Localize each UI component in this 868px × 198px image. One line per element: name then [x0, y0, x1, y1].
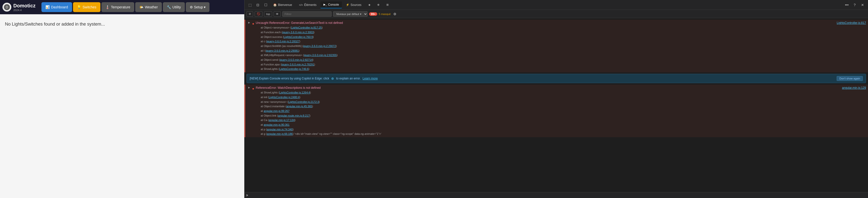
- stack-link-1-9[interactable]: jquery-3.6.0.min.js:2:78291: [281, 63, 314, 66]
- devtools-help-btn[interactable]: ?: [851, 1, 858, 8]
- tab-performance[interactable]: ⊕: [374, 1, 382, 8]
- app-title: Domoticz: [13, 3, 35, 9]
- stack-link-2-3[interactable]: LightsController.js:2172:3: [288, 101, 319, 103]
- logo-text-area: Domoticz 2024.4: [13, 3, 35, 11]
- svg-text:D: D: [6, 5, 8, 9]
- nav-weather-button[interactable]: 🌤️ Weather: [135, 2, 162, 12]
- filter-input[interactable]: [282, 11, 332, 17]
- expand-icon-2[interactable]: ▶: [248, 86, 250, 89]
- stack-line-2-6: at Object.link (angular-route.min.js:8:2…: [256, 113, 866, 118]
- stack-link-2-9[interactable]: angular.min.js:74:340: [267, 128, 293, 131]
- devtools-close-btn[interactable]: ✕: [859, 1, 866, 8]
- console-icon: ▶_: [323, 3, 327, 6]
- app-subtitle: 2024.4: [13, 9, 35, 11]
- dont-show-again-button[interactable]: Don't show again: [837, 76, 863, 81]
- stack-link-1-10[interactable]: LightsController.js:746:6: [279, 67, 308, 70]
- error-source-link-1[interactable]: LightsController.js:817: [837, 21, 866, 25]
- console-error-block-1: ▶ ● Uncaught ReferenceError: GenerateLiv…: [245, 20, 868, 72]
- stack-line-1-6: at l (jquery-3.6.0.min.js:2:29081): [256, 48, 866, 53]
- stack-link-2-5[interactable]: angular.min.js:99:267: [264, 110, 290, 112]
- stack-link-1-3[interactable]: LightsController.js:760:9: [284, 35, 313, 38]
- tab-elements[interactable]: </> Éléments: [296, 1, 319, 8]
- stack-line-1-4: at c (jquery-3.6.0.min.js:2:28327): [256, 39, 866, 44]
- stack-link-2-7[interactable]: angular.min.js:17:134: [269, 119, 294, 121]
- learn-more-link[interactable]: Learn more: [363, 77, 378, 80]
- stack-line-2-8: at angular.min.js:90:361: [256, 122, 866, 127]
- no-lights-message: No Lights/Switches found or added in the…: [5, 22, 105, 27]
- main-content: No Lights/Switches found or added in the…: [0, 14, 244, 198]
- utility-label: Utility: [173, 5, 181, 9]
- expand-icon-1[interactable]: ▶: [248, 21, 250, 25]
- stack-link-1-1[interactable]: LightsController.js:817:25: [291, 26, 322, 29]
- setup-label: ⚙ Setup ▾: [190, 5, 206, 9]
- log-level-dropdown[interactable]: Niveaux par défaut ▾: [333, 11, 368, 17]
- console-error-block-2: ▶ ● ReferenceError: WatchDescriptions is…: [245, 85, 868, 137]
- devtools-toolbar: ⬚ ⊡ ☐ 🏠 Bienvenue </> Éléments ▶_ Consol…: [245, 0, 868, 10]
- stack-line-1-9: at Function.ajax (jquery-3.6.0.min.js:2:…: [256, 62, 866, 67]
- stack-line-2-7: at Ca (angular.min.js:17:134): [256, 118, 866, 122]
- nav-switches-button[interactable]: 💡 Switches: [73, 2, 100, 12]
- clear-icon: 🚫: [257, 12, 260, 15]
- devtools-screen-btn[interactable]: ⬚: [247, 1, 253, 8]
- copilot-text: [NEW] Explain Console errors by using Co…: [250, 77, 329, 80]
- stack-link-1-4[interactable]: jquery-3.6.0.min.js:2:28327: [267, 40, 300, 43]
- nav-setup-button[interactable]: ⚙ Setup ▾: [186, 2, 210, 12]
- bottom-expand-button[interactable]: [247, 194, 249, 197]
- stack-line-2-2: at init (LightsController.js:2480:4): [256, 95, 866, 100]
- stack-line-2-4: at Object.instantiate (angular.min.js:45…: [256, 104, 866, 109]
- weather-label: Weather: [145, 5, 158, 9]
- nav-temperature-button[interactable]: 🌡️ Temperature: [101, 2, 134, 12]
- error-message-2: ReferenceError: WatchDescriptions is not…: [256, 86, 320, 90]
- stack-link-2-4[interactable]: angular.min.js:45:365: [286, 105, 312, 108]
- error-icon-2: ●: [252, 86, 254, 91]
- eye-button[interactable]: 👁: [274, 11, 281, 17]
- stack-link-2-2[interactable]: LightsController.js:2480:4: [269, 96, 299, 98]
- stop-icon: ⊘: [249, 12, 251, 15]
- devtools-pick-btn[interactable]: ☐: [262, 1, 269, 8]
- nav-dashboard-button[interactable]: 📊 Dashboard: [41, 2, 72, 12]
- stack-link-2-6[interactable]: angular-route.min.js:8:217: [278, 114, 310, 117]
- stack-line-1-3: at Object.success (LightsController.js:7…: [256, 35, 866, 39]
- devtools-secondary-bar: ⊘ 🚫 top 👁 Niveaux par défaut ▾ 99+ 5 mas…: [245, 10, 868, 18]
- devtools-inspect-btn[interactable]: ⊡: [254, 1, 261, 8]
- tab-sources[interactable]: ⚡ Sources: [343, 1, 365, 8]
- stack-link-2-10[interactable]: angular.min.js:66:186: [267, 132, 293, 135]
- stack-line-1-7: at XMLHttpRequest.<anonymous> (jquery-3.…: [256, 53, 866, 57]
- stack-link-1-7[interactable]: jquery-3.6.0.min.js:2:82355: [304, 54, 337, 56]
- stack-line-1-5: at Object.fireWith [as resolveWith] (jqu…: [256, 44, 866, 48]
- eye-icon: 👁: [276, 12, 279, 15]
- temperature-label: Temperature: [111, 5, 130, 9]
- stack-line-2-10: at g (angular.min.js:66:186) '<div id="m…: [256, 131, 866, 136]
- top-context-button[interactable]: top: [264, 11, 272, 17]
- code-icon: </>: [299, 3, 303, 6]
- stack-link-2-8[interactable]: angular.min.js:90:361: [264, 123, 290, 126]
- dashboard-label: Dashboard: [51, 5, 68, 9]
- stack-link-1-2[interactable]: jquery-3.6.0.min.js:2:3003: [282, 31, 314, 34]
- sources-icon: ⚡: [346, 3, 349, 6]
- stack-link-2-1[interactable]: LightsController.js:1264:4: [279, 91, 310, 94]
- devtools-more-btn[interactable]: •••: [843, 1, 850, 8]
- settings-gear-button[interactable]: ⚙: [392, 11, 398, 17]
- error-icon-1: ●: [252, 21, 254, 26]
- stack-line-1-8: at Object.send (jquery-3.6.0.min.js:2:82…: [256, 57, 866, 62]
- nav-utility-button[interactable]: 🔧 Utility: [163, 2, 185, 12]
- tab-console[interactable]: ▶_ Console: [320, 1, 342, 8]
- copilot-icon: ⊕: [331, 77, 334, 80]
- warning-count: 5 masqué: [379, 12, 391, 15]
- stop-button[interactable]: ⊘: [247, 11, 253, 17]
- utility-icon: 🔧: [167, 5, 171, 9]
- home-icon: 🏠: [273, 3, 277, 7]
- stack-link-1-5[interactable]: jquery-3.6.0.min.js:2:29072: [303, 44, 336, 47]
- stack-line-2-9: at p (angular.min.js:74:340): [256, 127, 866, 132]
- clear-console-button[interactable]: 🚫: [255, 11, 262, 17]
- error-source-link-2[interactable]: angular.min.js:129: [842, 86, 866, 90]
- logo-icon: D: [2, 3, 11, 11]
- tab-application[interactable]: ⊞: [383, 1, 392, 8]
- stack-link-1-8[interactable]: jquery-3.6.0.min.js:2:82714: [280, 58, 313, 61]
- tab-network[interactable]: ◈: [365, 1, 373, 8]
- error-content-2: ReferenceError: WatchDescriptions is not…: [256, 86, 866, 136]
- stack-line-1-10: at ShowLights (LightsController.js:746:6…: [256, 67, 866, 71]
- weather-icon: 🌤️: [139, 5, 143, 9]
- stack-link-1-6[interactable]: jquery-3.6.0.min.js:2:29081: [266, 49, 299, 52]
- tab-bienvenue[interactable]: 🏠 Bienvenue: [270, 1, 295, 8]
